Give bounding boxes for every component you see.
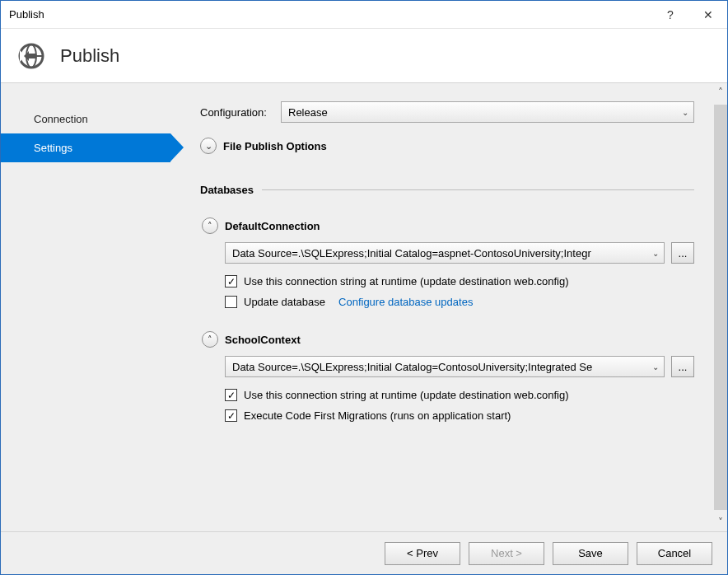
- chevron-down-icon: ⌄: [652, 249, 659, 258]
- dialog-body: Connection Settings Configuration: Relea…: [1, 83, 727, 531]
- file-publish-options-expander[interactable]: ⌄ File Publish Options: [200, 138, 694, 154]
- prev-button[interactable]: < Prev: [385, 542, 460, 565]
- cancel-button[interactable]: Cancel: [637, 542, 712, 565]
- db-header[interactable]: ˄ SchoolContext: [202, 331, 694, 348]
- use-connection-runtime-label: Use this connection string at runtime (u…: [244, 275, 569, 288]
- use-connection-runtime-row: ✓ Use this connection string at runtime …: [202, 389, 694, 401]
- next-button[interactable]: Next >: [469, 542, 544, 565]
- sidebar-item-label: Settings: [34, 142, 72, 154]
- update-database-label: Update database: [244, 296, 325, 308]
- expand-toggle-icon: ⌄: [200, 138, 217, 154]
- databases-label: Databases: [200, 184, 254, 196]
- connection-browse-button[interactable]: ...: [671, 356, 694, 377]
- execute-migrations-label: Execute Code First Migrations (runs on a…: [244, 409, 511, 422]
- vertical-scrollbar[interactable]: ˄ ˅: [714, 83, 727, 531]
- publish-dialog: Publish ? ✕ Publish Connection Settings: [0, 0, 728, 575]
- scroll-down-icon[interactable]: ˅: [715, 517, 726, 528]
- sidebar-item-connection[interactable]: Connection: [1, 105, 170, 133]
- databases-section-header: Databases: [200, 184, 694, 196]
- db-name: SchoolContext: [225, 334, 301, 346]
- connection-string-dropdown[interactable]: Data Source=.\SQLExpress;Initial Catalog…: [225, 242, 665, 264]
- execute-migrations-row: ✓ Execute Code First Migrations (runs on…: [202, 409, 694, 422]
- scroll-track[interactable]: [714, 105, 727, 510]
- update-database-checkbox[interactable]: [225, 296, 237, 308]
- configuration-dropdown[interactable]: Release ⌄: [281, 101, 694, 123]
- configuration-row: Configuration: Release ⌄: [200, 101, 694, 123]
- sidebar: Connection Settings: [1, 83, 170, 531]
- globe-publish-icon: [17, 42, 45, 70]
- file-publish-options-label: File Publish Options: [223, 140, 327, 152]
- connection-browse-button[interactable]: ...: [671, 242, 694, 264]
- execute-migrations-checkbox[interactable]: ✓: [225, 409, 237, 422]
- chevron-down-icon: ⌄: [652, 362, 659, 372]
- configuration-value: Release: [288, 106, 328, 119]
- db-schoolcontext: ˄ SchoolContext Data Source=.\SQLExpress…: [200, 331, 694, 422]
- use-connection-runtime-label: Use this connection string at runtime (u…: [244, 389, 569, 401]
- dialog-heading: Publish: [60, 45, 119, 67]
- configuration-label: Configuration:: [200, 106, 281, 119]
- configure-database-updates-link[interactable]: Configure database updates: [338, 296, 473, 308]
- connection-string-row: Data Source=.\SQLExpress;Initial Catalog…: [202, 356, 694, 377]
- connection-string-value: Data Source=.\SQLExpress;Initial Catalog…: [232, 247, 591, 259]
- connection-string-value: Data Source=.\SQLExpress;Initial Catalog…: [232, 361, 592, 373]
- titlebar: Publish ? ✕: [1, 1, 727, 29]
- settings-scroll: Configuration: Release ⌄ ⌄ File Publish …: [170, 83, 714, 531]
- divider: [262, 189, 694, 190]
- scroll-thumb[interactable]: [714, 105, 727, 461]
- settings-panel: Configuration: Release ⌄ ⌄ File Publish …: [170, 83, 727, 531]
- connection-string-dropdown[interactable]: Data Source=.\SQLExpress;Initial Catalog…: [225, 356, 665, 377]
- db-defaultconnection: ˄ DefaultConnection Data Source=.\SQLExp…: [200, 217, 694, 308]
- save-button[interactable]: Save: [553, 542, 628, 565]
- sidebar-item-settings[interactable]: Settings: [1, 133, 170, 162]
- scroll-up-icon[interactable]: ˄: [715, 86, 726, 98]
- window-title: Publish: [9, 8, 651, 21]
- close-button[interactable]: ✕: [689, 1, 727, 29]
- collapse-toggle-icon: ˄: [202, 217, 218, 234]
- update-database-row: Update database Configure database updat…: [202, 296, 694, 308]
- connection-string-row: Data Source=.\SQLExpress;Initial Catalog…: [202, 242, 694, 264]
- db-name: DefaultConnection: [225, 220, 320, 232]
- help-button[interactable]: ?: [651, 1, 689, 29]
- sidebar-item-label: Connection: [34, 113, 88, 125]
- collapse-toggle-icon: ˄: [202, 331, 218, 348]
- dialog-footer: < Prev Next > Save Cancel: [1, 531, 727, 574]
- chevron-down-icon: ⌄: [682, 108, 688, 117]
- use-connection-runtime-checkbox[interactable]: ✓: [225, 389, 237, 401]
- dialog-header: Publish: [1, 29, 727, 83]
- use-connection-runtime-checkbox[interactable]: ✓: [225, 275, 237, 288]
- use-connection-runtime-row: ✓ Use this connection string at runtime …: [202, 275, 694, 288]
- db-header[interactable]: ˄ DefaultConnection: [202, 217, 694, 234]
